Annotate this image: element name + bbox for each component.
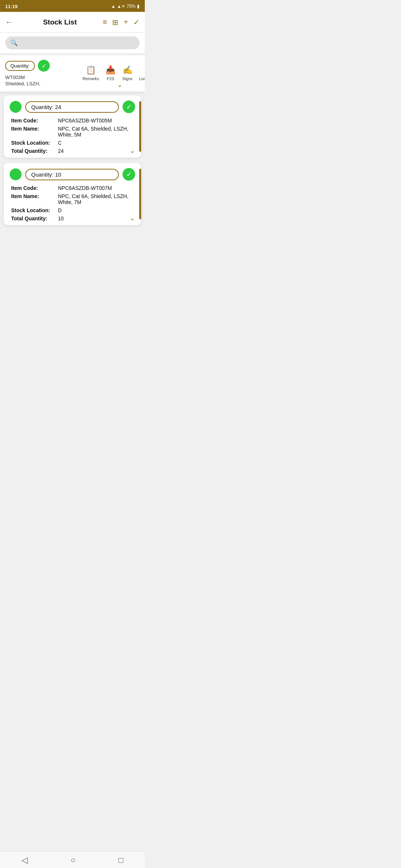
green-dot-2	[10, 168, 22, 180]
qty-value-1: 24	[55, 104, 61, 110]
search-bar: 🔍	[5, 36, 140, 49]
wifi-icon: ▲	[111, 4, 115, 9]
action-signs[interactable]: ✍ Signs	[122, 65, 133, 81]
card-fields-1: Item Code: NPC6ASZDB-WT005M Item Name: N…	[10, 118, 135, 154]
partial-card-left: Quantity: ✓ WT003M Shielded, LSZH,	[5, 60, 75, 86]
partial-item-name: Shielded, LSZH,	[5, 81, 72, 86]
card-chevron-1[interactable]: ⌄	[130, 147, 135, 155]
app-bar: ← Stock List ≡ ⊞ + ✓	[0, 12, 145, 33]
stock-location-value-2: D	[58, 207, 62, 213]
search-container: 🔍	[0, 33, 145, 53]
status-bar: 11:19 ▲ ▲✕ 75% ▮	[0, 0, 145, 12]
qty-pill-1[interactable]: Quantity: 24	[25, 101, 119, 113]
add-icon[interactable]: +	[124, 18, 128, 26]
item-code-row-2: Item Code: NPC6ASZDB-WT007M	[11, 185, 135, 191]
total-qty-value-2: 10	[58, 216, 64, 221]
partial-qty-input[interactable]: Quantity:	[5, 61, 35, 71]
qty-label-1: Quantity:	[31, 104, 55, 110]
item-code-label-2: Item Code:	[11, 185, 56, 191]
green-dot-1	[10, 101, 22, 113]
stock-card-1: Quantity: 24 ✓ Item Code: NPC6ASZDB-WT00…	[4, 95, 141, 158]
qty-pill-2[interactable]: Quantity: 10	[25, 169, 119, 180]
item-name-value-1: NPC, Cat 6A, Shielded, LSZH, White, 5M	[58, 126, 135, 138]
partial-qty-label: Quantity:	[10, 63, 30, 69]
total-qty-label-2: Total Quantity:	[11, 216, 56, 221]
partial-item-code: WT003M	[5, 75, 72, 80]
card-right-bar-1	[139, 101, 141, 152]
action-remarks[interactable]: 📋 Remarks	[82, 65, 99, 81]
action-icons-row: 📋 Remarks 📥 F2S ✍ Signs 📍 Location 🖼 Pho…	[82, 65, 145, 81]
location-label: Location	[139, 76, 145, 81]
battery-icon: ▮	[137, 4, 140, 9]
partial-chevron[interactable]: ⌄	[117, 80, 123, 89]
qty-label-2: Quantity:	[31, 171, 55, 178]
confirm-icon[interactable]: ✓	[133, 18, 140, 27]
search-icon: 🔍	[10, 39, 18, 46]
item-name-label-1: Item Name:	[11, 126, 56, 132]
item-name-row-1: Item Name: NPC, Cat 6A, Shielded, LSZH, …	[11, 126, 135, 138]
item-name-value-2: NPC, Cat 6A, Shielded, LSZH, White, 7M	[58, 193, 135, 205]
signs-label: Signs	[122, 76, 133, 81]
stock-location-row-2: Stock Location: D	[11, 207, 135, 213]
card-top-row-1: Quantity: 24 ✓	[10, 101, 135, 113]
f2s-icon: 📥	[105, 65, 115, 75]
partial-qty-row: Quantity: ✓	[5, 60, 72, 72]
remarks-icon: 📋	[86, 65, 96, 75]
stock-location-label-2: Stock Location:	[11, 207, 56, 213]
card-top-row-2: Quantity: 10 ✓	[10, 168, 135, 181]
stock-location-value-1: C	[58, 140, 62, 146]
partial-card: Quantity: ✓ WT003M Shielded, LSZH, 📋 Rem…	[0, 55, 145, 92]
partial-card-right: 📋 Remarks 📥 F2S ✍ Signs 📍 Location 🖼 Pho…	[82, 60, 145, 86]
card-check-2[interactable]: ✓	[123, 168, 135, 181]
f2s-label: F2S	[107, 76, 114, 81]
filter-icon[interactable]: ≡	[103, 18, 107, 26]
back-button[interactable]: ←	[5, 17, 13, 27]
card-right-bar-2	[139, 169, 141, 219]
total-qty-row-2: Total Quantity: 10	[11, 216, 135, 221]
remarks-label: Remarks	[82, 76, 99, 81]
card-fields-2: Item Code: NPC6ASZDB-WT007M Item Name: N…	[10, 185, 135, 221]
search-input[interactable]	[21, 40, 134, 46]
item-code-row-1: Item Code: NPC6ASZDB-WT005M	[11, 118, 135, 124]
total-qty-label-1: Total Quantity:	[11, 148, 56, 154]
item-code-value-2: NPC6ASZDB-WT007M	[58, 185, 112, 191]
action-location[interactable]: 📍 Location	[139, 65, 145, 81]
cards-container: Quantity: 24 ✓ Item Code: NPC6ASZDB-WT00…	[0, 92, 145, 247]
item-code-label-1: Item Code:	[11, 118, 56, 124]
signal-icon: ▲✕	[117, 4, 125, 9]
card-check-1[interactable]: ✓	[123, 101, 135, 113]
status-icons: ▲ ▲✕ 75% ▮	[111, 4, 140, 9]
status-time: 11:19	[5, 4, 17, 9]
stock-location-row-1: Stock Location: C	[11, 140, 135, 146]
stock-card-2: Quantity: 10 ✓ Item Code: NPC6ASZDB-WT00…	[4, 163, 141, 225]
total-qty-row-1: Total Quantity: 24	[11, 148, 135, 154]
app-bar-actions: ≡ ⊞ + ✓	[103, 18, 140, 27]
qty-value-2: 10	[55, 171, 61, 178]
signs-icon: ✍	[123, 65, 133, 75]
stock-location-label-1: Stock Location:	[11, 140, 56, 146]
battery-text: 75%	[127, 4, 136, 9]
action-f2s[interactable]: 📥 F2S	[105, 65, 115, 81]
item-name-row-2: Item Name: NPC, Cat 6A, Shielded, LSZH, …	[11, 193, 135, 205]
total-qty-value-1: 24	[58, 148, 64, 154]
location-icon: 📍	[142, 65, 145, 75]
item-name-label-2: Item Name:	[11, 193, 56, 199]
card-chevron-2[interactable]: ⌄	[130, 214, 135, 222]
page-title: Stock List	[17, 18, 103, 26]
qr-icon[interactable]: ⊞	[112, 18, 118, 27]
partial-check-button[interactable]: ✓	[38, 60, 50, 72]
item-code-value-1: NPC6ASZDB-WT005M	[58, 118, 112, 124]
